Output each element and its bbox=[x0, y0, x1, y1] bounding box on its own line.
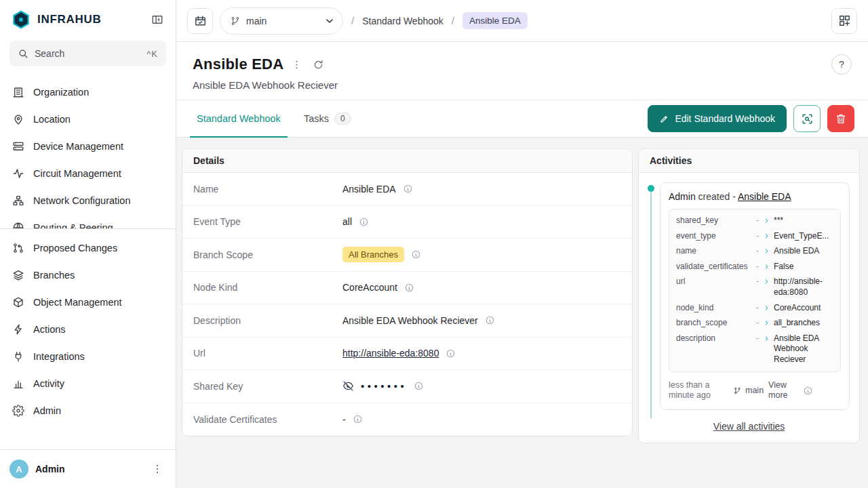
breadcrumb-standard-webhook[interactable]: Standard Webhook bbox=[362, 16, 443, 26]
info-icon[interactable] bbox=[404, 283, 414, 293]
detail-row-url: Url http://ansible-eda:8080 bbox=[182, 338, 632, 371]
device-icon bbox=[12, 140, 24, 152]
infrahub-logo: INFRAHUB bbox=[11, 9, 101, 30]
cube-icon bbox=[12, 296, 24, 308]
info-icon[interactable] bbox=[353, 414, 363, 424]
map-pin-icon bbox=[12, 113, 24, 125]
kebab-icon bbox=[151, 463, 163, 475]
info-icon[interactable] bbox=[359, 217, 369, 227]
detail-label: Url bbox=[193, 348, 342, 359]
kebab-icon bbox=[291, 59, 302, 70]
change-old-value: - bbox=[755, 277, 760, 286]
calendar-check-icon bbox=[194, 14, 207, 27]
delete-button[interactable] bbox=[827, 105, 854, 132]
user-options-button[interactable] bbox=[149, 460, 166, 478]
activity-entry-footer: less than a minute ago main View more bbox=[669, 380, 841, 401]
sidebar-item-activity[interactable]: Activity bbox=[0, 370, 176, 397]
change-new-value: *** bbox=[774, 216, 833, 226]
change-new-value: Ansible EDA Webhook Reciever bbox=[774, 333, 833, 365]
page-title: Ansible EDA bbox=[193, 56, 283, 73]
change-new-value: http://ansible-eda:8080 bbox=[774, 277, 833, 298]
sidebar-item-object-management[interactable]: Object Management bbox=[0, 289, 176, 316]
info-icon[interactable] bbox=[803, 386, 813, 396]
brand-name: INFRAHUB bbox=[37, 13, 101, 26]
sidebar-item-admin[interactable]: Admin bbox=[0, 397, 176, 424]
sidebar-item-routing-peering[interactable]: Routing & Peering bbox=[0, 214, 176, 228]
help-button[interactable]: ? bbox=[831, 54, 852, 75]
scan-search-icon bbox=[801, 113, 814, 125]
change-key: url bbox=[676, 277, 752, 286]
sidebar-item-label: Proposed Changes bbox=[33, 243, 117, 253]
schedule-button[interactable] bbox=[187, 8, 213, 34]
git-pr-icon bbox=[12, 242, 24, 254]
sidebar-item-branches[interactable]: Branches bbox=[0, 262, 176, 289]
sidebar-item-label: Circuit Management bbox=[33, 168, 121, 179]
sidebar-item-label: Actions bbox=[33, 324, 66, 335]
sidebar-item-location[interactable]: Location bbox=[0, 106, 176, 133]
change-key: node_kind bbox=[676, 303, 752, 312]
detail-value: All Branches bbox=[342, 247, 404, 262]
detail-value: all bbox=[342, 216, 352, 227]
view-more-link[interactable]: View more bbox=[768, 380, 798, 401]
view-all-activities-link[interactable]: View all activities bbox=[648, 421, 850, 432]
info-icon[interactable] bbox=[411, 249, 421, 260]
tab-standard-webhook[interactable]: Standard Webhook bbox=[190, 100, 288, 137]
timeline-dot bbox=[648, 185, 654, 192]
sidebar-item-organization[interactable]: Organization bbox=[0, 79, 176, 106]
detail-row-node-kind: Node Kind CoreAccount bbox=[182, 272, 632, 305]
refresh-button[interactable] bbox=[310, 56, 327, 73]
change-new-value: False bbox=[774, 262, 833, 272]
change-old-value: - bbox=[755, 246, 760, 256]
activities-title: Activities bbox=[639, 149, 859, 173]
sidebar-item-circuit-management[interactable]: Circuit Management bbox=[0, 160, 176, 187]
chevron-down-icon bbox=[323, 15, 336, 27]
sidebar-item-network-configuration[interactable]: Network Configuration bbox=[0, 187, 176, 214]
page-subtitle: Ansible EDA Webhook Reciever bbox=[193, 79, 852, 91]
change-old-value: - bbox=[755, 318, 760, 327]
chart-icon bbox=[12, 378, 24, 390]
sidebar-item-device-management[interactable]: Device Management bbox=[0, 133, 176, 160]
activity-actor: Admin bbox=[669, 191, 696, 202]
nav-divider bbox=[0, 228, 176, 229]
change-key: event_type bbox=[676, 231, 752, 241]
activity-changes: shared_key-***event_type-Event_TypeE...n… bbox=[669, 209, 841, 372]
url-link[interactable]: http://ansible-eda:8080 bbox=[342, 348, 439, 359]
activity-separator: - bbox=[732, 191, 736, 202]
user-menu[interactable]: A Admin bbox=[0, 449, 176, 488]
apps-button[interactable] bbox=[831, 8, 857, 34]
branch-selector[interactable]: main bbox=[220, 7, 343, 35]
change-old-value: - bbox=[755, 262, 760, 271]
title-options-button[interactable] bbox=[288, 56, 305, 73]
circuit-icon bbox=[12, 167, 24, 180]
sidebar-item-actions[interactable]: Actions bbox=[0, 316, 176, 343]
info-icon[interactable] bbox=[403, 184, 413, 194]
activity-object-link[interactable]: Ansible EDA bbox=[738, 191, 791, 202]
chevron-right-icon bbox=[763, 216, 771, 224]
sidebar-item-integrations[interactable]: Integrations bbox=[0, 343, 176, 370]
info-icon[interactable] bbox=[414, 381, 424, 391]
details-card: Details Name Ansible EDA Event Type all … bbox=[182, 148, 633, 436]
sidebar-item-label: Activity bbox=[33, 378, 64, 389]
chevron-right-icon bbox=[763, 318, 771, 327]
search-input[interactable]: Search ^K bbox=[9, 41, 166, 66]
change-old-value: - bbox=[755, 303, 760, 312]
detail-label: Node Kind bbox=[193, 282, 342, 293]
info-icon[interactable] bbox=[446, 348, 456, 359]
chevron-right-icon bbox=[763, 303, 771, 312]
sidebar-collapse-button[interactable] bbox=[149, 11, 166, 28]
explore-button[interactable] bbox=[793, 105, 821, 132]
tab-label: Tasks bbox=[304, 113, 329, 124]
breadcrumb-separator: / bbox=[351, 15, 354, 26]
detail-row-validate-certificates: Validate Certificates - bbox=[182, 403, 632, 436]
sidebar-header: INFRAHUB bbox=[0, 0, 176, 37]
edit-webhook-button[interactable]: Edit Standard Webhook bbox=[648, 105, 787, 132]
gear-icon bbox=[12, 405, 24, 417]
eye-off-icon[interactable] bbox=[342, 380, 354, 392]
detail-label: Description bbox=[193, 315, 342, 326]
network-icon bbox=[12, 195, 24, 207]
activity-branch-name: main bbox=[745, 386, 764, 395]
sidebar-item-proposed-changes[interactable]: Proposed Changes bbox=[0, 235, 176, 262]
tab-tasks[interactable]: Tasks 0 bbox=[297, 100, 358, 137]
info-icon[interactable] bbox=[485, 315, 495, 325]
activity-timestamp: less than a minute ago bbox=[669, 380, 728, 401]
